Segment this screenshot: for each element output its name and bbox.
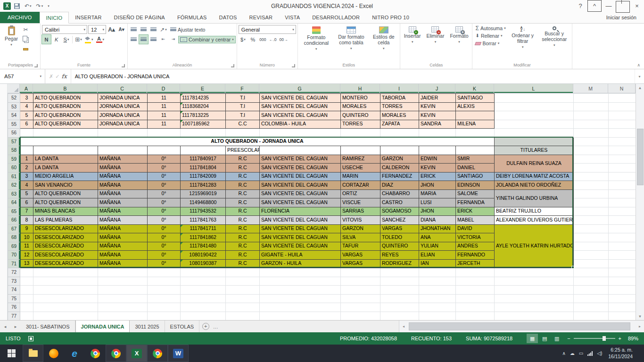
cell-I62[interactable]: DIAZ	[380, 181, 419, 190]
ribbon-tab-revisar[interactable]: REVISAR	[243, 12, 279, 23]
ribbon-display-options-button[interactable]: ^	[587, 0, 602, 12]
cell-F52[interactable]: T.I	[226, 94, 260, 103]
cell-H70[interactable]: VARGAS	[341, 251, 380, 260]
row-header-57[interactable]: 57	[8, 137, 20, 146]
cell-E75[interactable]	[181, 294, 226, 303]
cell-F65[interactable]: R.C	[226, 207, 260, 216]
cell-C54[interactable]: JORNADA UNICA	[98, 111, 148, 120]
cell-M59[interactable]	[574, 155, 609, 164]
cell-F71[interactable]: R.C	[226, 259, 260, 268]
cell-N68[interactable]	[609, 233, 636, 242]
cell-D77[interactable]	[148, 312, 181, 320]
comma-format-button[interactable]: 000	[258, 35, 267, 44]
cell-F58[interactable]: PREESCOLAR	[226, 146, 260, 155]
cell-D56[interactable]	[148, 129, 181, 138]
cell-C58[interactable]	[98, 146, 148, 155]
cell-B58[interactable]	[33, 146, 98, 155]
cell-H55[interactable]: TORRES	[341, 120, 380, 129]
cell-I65[interactable]: SOGAMOSO	[380, 207, 419, 216]
ribbon-tab-insertar[interactable]: INSERTAR	[69, 12, 107, 23]
cell-D75[interactable]	[148, 294, 181, 303]
horizontal-scroll-thumb[interactable]	[409, 322, 630, 330]
cell-B53[interactable]: ALTO QUEBRADON	[33, 102, 98, 111]
cell-H73[interactable]	[341, 277, 380, 286]
cell-B77[interactable]	[33, 312, 98, 320]
cell-A61[interactable]: 3	[20, 172, 33, 181]
row-header-66[interactable]: 66	[8, 216, 20, 225]
cell-G74[interactable]	[260, 286, 341, 295]
row-header-67[interactable]: 67	[8, 224, 20, 233]
cell-N61[interactable]	[609, 172, 636, 181]
cell-L52[interactable]	[495, 94, 574, 103]
cell-I72[interactable]	[380, 268, 419, 277]
cell-G68[interactable]: SAN VICENTE DEL CAGUAN	[260, 233, 341, 242]
cell-N69[interactable]	[609, 242, 636, 251]
cell-M70[interactable]	[574, 251, 609, 260]
paste-button[interactable]: Pegar ▾	[2, 25, 20, 62]
increase-decimal-button[interactable]: ←.0	[268, 35, 278, 44]
cell-N72[interactable]	[609, 268, 636, 277]
cell-G52[interactable]: SAN VICENTE DEL CAGUAN	[260, 94, 341, 103]
cell-D72[interactable]	[148, 268, 181, 277]
cell-K70[interactable]: FERNANDO	[456, 251, 495, 260]
network-icon[interactable]	[587, 351, 593, 356]
underline-button[interactable]: S▾	[62, 35, 71, 44]
cell-L66[interactable]: ALEXANDER OLIVEROS GUTIERREZ	[495, 216, 574, 225]
row-header-71[interactable]: 71	[8, 259, 20, 268]
cell-M76[interactable]	[574, 303, 609, 312]
cell-E67[interactable]: 1117841711	[181, 224, 226, 233]
cell-H52[interactable]: MONTERO	[341, 94, 380, 103]
cell-N70[interactable]	[609, 251, 636, 260]
cell-K68[interactable]: VICTORIA	[456, 233, 495, 242]
cell-D55[interactable]: 11	[148, 120, 181, 129]
cell-J68[interactable]: ANA	[419, 233, 456, 242]
taskbar-internet-explorer[interactable]: e	[64, 345, 85, 362]
taskbar-firefox[interactable]	[43, 345, 64, 362]
expand-formula-bar-button[interactable]: ▾	[635, 69, 644, 83]
cell-M56[interactable]	[574, 129, 609, 138]
cell-B68[interactable]: DESESCOLARIZADO	[33, 233, 98, 242]
cell-G73[interactable]	[260, 277, 341, 286]
cell-N56[interactable]	[609, 129, 636, 138]
page-layout-view-button[interactable]: ▤	[539, 334, 550, 343]
cell-C55[interactable]: JORNADA UNICA	[98, 120, 148, 129]
cell-A57[interactable]: ALTO QUEBRADON - JORNADA UNICA	[20, 137, 495, 146]
cell-K66[interactable]: MABEL	[456, 216, 495, 225]
cell-E56[interactable]	[181, 129, 226, 138]
cell-A77[interactable]	[20, 312, 33, 320]
row-header-77[interactable]: 77	[8, 312, 20, 320]
cell-L55[interactable]	[495, 120, 574, 129]
cell-G63[interactable]: SAN VICENTE DEL CAGUAN	[260, 189, 341, 198]
cell-E71[interactable]: 1080190387	[181, 259, 226, 268]
cell-F72[interactable]	[226, 268, 260, 277]
column-header-E[interactable]: E	[180, 84, 225, 93]
cell-A71[interactable]: 13	[20, 259, 33, 268]
alignment-dialog-launcher[interactable]	[231, 64, 234, 67]
cell-G60[interactable]: SAN VICENTE DEL CAGUAN	[260, 164, 341, 173]
decrease-font-size-button[interactable]: A▾	[117, 25, 126, 34]
cell-N60[interactable]	[609, 164, 636, 173]
cell-D64[interactable]: 0°	[148, 198, 181, 207]
cell-B60[interactable]: LA DANTA	[33, 164, 98, 173]
cell-G62[interactable]: SAN VICENTE DEL CAGUAN	[260, 181, 341, 190]
cell-L61[interactable]: DEIBY LORENA MATIZ ACOSTA	[495, 172, 574, 181]
volume-icon[interactable]: ◁)	[597, 351, 602, 356]
scroll-left-arrow[interactable]: ◂	[399, 324, 408, 329]
cell-A75[interactable]	[20, 294, 33, 303]
cell-J73[interactable]	[419, 277, 456, 286]
cell-L67[interactable]: AYLE YOLETH KATRIN HURTADO RIVERA	[495, 224, 574, 268]
cell-D60[interactable]: 0°	[148, 164, 181, 173]
cell-A72[interactable]	[20, 268, 33, 277]
cell-I58[interactable]	[380, 146, 419, 155]
format-painter-button[interactable]	[21, 45, 30, 54]
cell-L75[interactable]	[495, 294, 574, 303]
cell-K77[interactable]	[456, 312, 495, 320]
cut-button[interactable]: ✂	[21, 25, 30, 34]
cell-L72[interactable]	[495, 268, 574, 277]
cell-L76[interactable]	[495, 303, 574, 312]
taskbar-excel[interactable]: X	[126, 345, 147, 362]
cell-I75[interactable]	[380, 294, 419, 303]
cell-K62[interactable]: EDINSON	[456, 181, 495, 190]
align-right-button[interactable]	[149, 35, 158, 44]
customize-qat-button[interactable]: ▾	[46, 1, 51, 11]
